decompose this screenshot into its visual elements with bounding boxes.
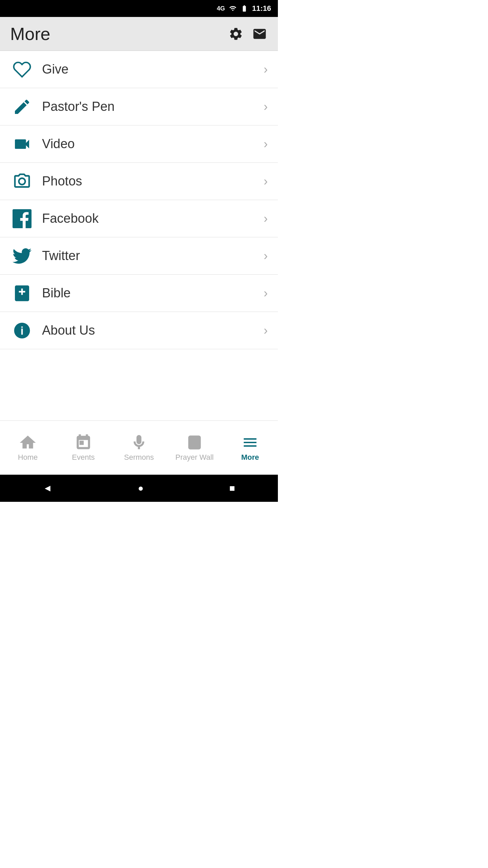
nav-item-prayer-wall[interactable]: Prayer Wall [167,431,222,465]
prayer-wall-nav-icon [186,434,203,451]
status-bar: 4G 11:16 [0,0,278,17]
twitter-icon-wrap [10,246,34,265]
photos-chevron: › [264,174,268,189]
info-icon: i [13,321,32,340]
more-nav-icon [242,434,259,451]
network-indicator: 4G [217,5,225,12]
about-us-icon-wrap: i [10,321,34,340]
video-icon-wrap [10,135,34,154]
home-nav-label: Home [18,453,38,462]
pen-icon [13,97,32,116]
bible-label: Bible [42,286,264,300]
events-nav-icon [75,434,92,451]
menu-item-about-us[interactable]: i About Us › [0,312,278,349]
nav-item-sermons[interactable]: Sermons [111,431,167,465]
video-chevron: › [264,137,268,151]
nav-item-more[interactable]: More [222,431,278,465]
pastors-pen-icon-wrap [10,97,34,116]
give-icon-wrap [10,60,34,79]
pastors-pen-chevron: › [264,100,268,114]
page-header: More [0,17,278,51]
about-us-label: About Us [42,323,264,338]
events-nav-label: Events [72,453,95,462]
twitter-chevron: › [264,249,268,263]
battery-icon [241,5,248,12]
menu-item-pastors-pen[interactable]: Pastor's Pen › [0,88,278,125]
facebook-icon [13,209,32,228]
video-icon [13,135,32,154]
twitter-icon [13,246,32,265]
heart-icon [13,60,32,79]
clock: 11:16 [252,4,271,13]
nav-item-home[interactable]: Home [0,431,56,465]
sermons-nav-label: Sermons [124,453,154,462]
home-nav-icon [19,434,36,451]
messages-icon[interactable] [251,26,268,41]
bottom-navigation: Home Events Sermons Prayer Wall More [0,420,278,475]
facebook-label: Facebook [42,211,264,226]
menu-item-photos[interactable]: Photos › [0,163,278,200]
prayer-wall-nav-label: Prayer Wall [176,453,214,462]
photos-label: Photos [42,174,264,189]
twitter-label: Twitter [42,249,264,263]
facebook-chevron: › [264,212,268,226]
bible-icon [13,284,32,303]
give-chevron: › [264,62,268,77]
menu-item-bible[interactable]: Bible › [0,275,278,312]
more-nav-label: More [241,453,259,462]
header-actions [228,26,268,41]
facebook-icon-wrap [10,209,34,228]
menu-item-video[interactable]: Video › [0,125,278,163]
sermons-nav-icon [130,434,147,451]
settings-icon[interactable] [228,26,243,41]
bible-chevron: › [264,286,268,300]
menu-item-twitter[interactable]: Twitter › [0,237,278,275]
video-label: Video [42,137,264,151]
nav-item-events[interactable]: Events [56,431,111,465]
android-nav-bar: ◄ ● ■ [0,475,278,502]
menu-item-give[interactable]: Give › [0,51,278,88]
svg-text:i: i [20,324,23,337]
signal-icon [229,5,237,12]
menu-list: Give › Pastor's Pen › Video › Photos › [0,51,278,420]
page-title: More [10,24,50,44]
android-recent-button[interactable]: ■ [229,483,235,494]
give-label: Give [42,62,264,77]
android-back-button[interactable]: ◄ [43,483,52,494]
about-us-chevron: › [264,323,268,338]
android-home-button[interactable]: ● [138,483,144,494]
photos-icon-wrap [10,172,34,191]
pastors-pen-label: Pastor's Pen [42,99,264,114]
menu-item-facebook[interactable]: Facebook › [0,200,278,237]
bible-icon-wrap [10,284,34,303]
camera-icon [13,172,32,191]
